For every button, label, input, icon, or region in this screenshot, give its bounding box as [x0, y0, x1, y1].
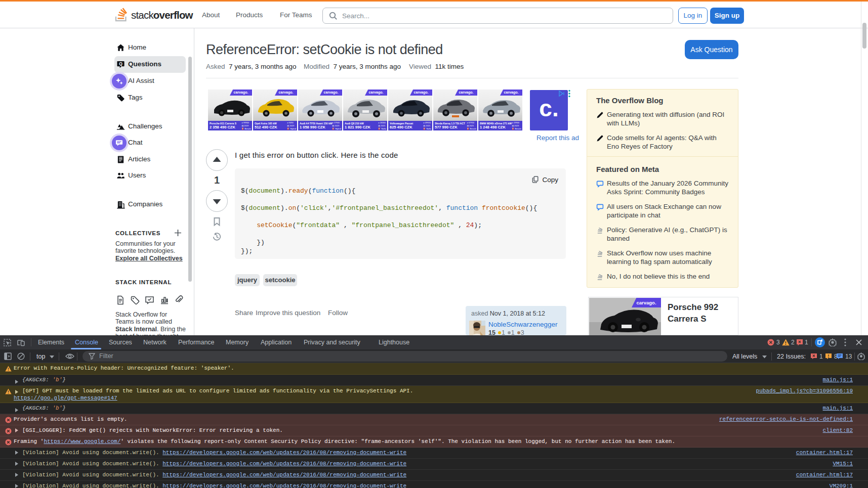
svg-text:Q: Q	[119, 61, 122, 66]
